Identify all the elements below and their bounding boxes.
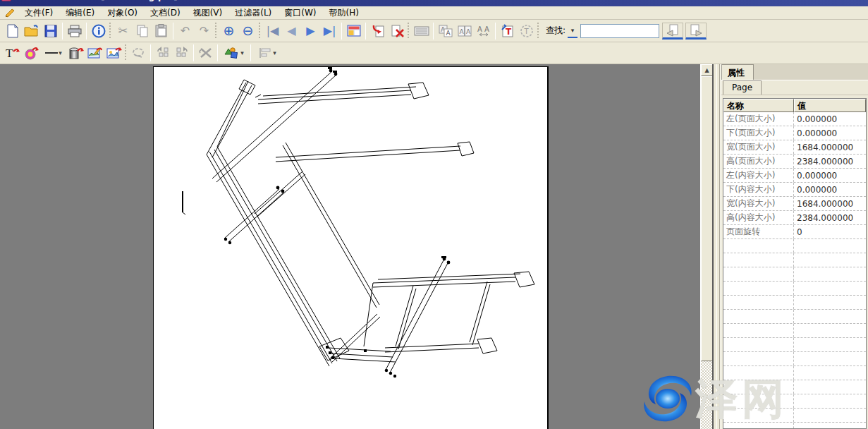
column-header-name[interactable]: 名称	[723, 99, 794, 112]
select-lasso-button[interactable]	[129, 44, 148, 62]
menu-item[interactable]: 文档(D)	[144, 6, 187, 20]
add-shape-caret[interactable]: ▾	[240, 49, 244, 56]
insert-page-button[interactable]	[368, 22, 387, 40]
svg-text:A: A	[446, 30, 451, 37]
scrollbar-up-button[interactable]: ▲	[701, 64, 713, 76]
redo-button[interactable]: ↷	[195, 22, 214, 40]
property-row[interactable]	[723, 239, 866, 253]
property-row[interactable]	[723, 352, 866, 366]
property-row[interactable]	[723, 267, 866, 282]
property-row[interactable]: 下(内容大小) 0.000000	[723, 183, 866, 197]
title-bar: Foxit PDF Editor - [danxiuang.pdf]	[0, 0, 868, 6]
app-icon	[1, 0, 11, 1]
find-dropdown-caret[interactable]: ▾	[568, 24, 577, 38]
property-row[interactable]	[723, 394, 866, 409]
line-style-button[interactable]: ▾	[41, 44, 66, 62]
next-page-button[interactable]: ▶	[301, 22, 320, 40]
svg-text:A: A	[466, 28, 471, 35]
property-row[interactable]: 高(内容大小) 2384.000000	[723, 211, 866, 225]
property-row[interactable]: 下(页面大小) 0.000000	[723, 126, 866, 140]
pdf-page[interactable]	[153, 66, 549, 429]
first-page-button[interactable]: |◀	[263, 22, 282, 40]
properties-panel: 属性 Page 名称 值 左(页面大小) 0.000000 下(页面大小) 0.…	[721, 64, 868, 429]
main-toolbar: ✂ ↶ ↷ ⊕ ⊖ |◀ ◀ ▶ ▶| AA AA AA T T 查找:	[0, 20, 868, 42]
property-row[interactable]	[723, 338, 866, 352]
document-info-button[interactable]	[89, 22, 108, 40]
vertical-scrollbar[interactable]: ▲	[700, 64, 712, 429]
paste-button[interactable]	[152, 22, 171, 40]
find-input[interactable]	[580, 24, 659, 38]
replace-font-button[interactable]: AA	[436, 22, 455, 40]
document-menu-icon[interactable]	[4, 8, 16, 18]
virtual-keyboard-button[interactable]	[412, 22, 431, 40]
menu-item[interactable]: 帮助(H)	[323, 6, 365, 20]
open-file-button[interactable]	[22, 22, 41, 40]
panel-splitter[interactable]	[712, 64, 721, 429]
document-canvas[interactable]	[0, 64, 700, 429]
add-image-button[interactable]	[104, 44, 123, 62]
column-header-value[interactable]: 值	[794, 99, 866, 112]
menu-bar: 文件(F) 编辑(E) 对象(O) 文档(D) 视图(V) 过滤器(L) 窗口(…	[0, 6, 868, 20]
scrollbar-thumb[interactable]	[701, 76, 713, 361]
property-row[interactable]: 左(页面大小) 0.000000	[723, 112, 866, 126]
last-page-button[interactable]: ▶|	[320, 22, 339, 40]
new-document-button[interactable]	[3, 22, 22, 40]
delete-page-button[interactable]	[387, 22, 406, 40]
isometric-frame-drawing	[154, 67, 548, 429]
save-button[interactable]	[41, 22, 60, 40]
tab-properties[interactable]: 属性	[721, 64, 754, 80]
add-color-button[interactable]	[22, 44, 41, 62]
align-objects-button[interactable]: ▾	[253, 44, 281, 62]
menu-item[interactable]: 过滤器(L)	[228, 6, 278, 20]
menu-items-container: 文件(F) 编辑(E) 对象(O) 文档(D) 视图(V) 过滤器(L) 窗口(…	[18, 6, 365, 20]
rotate-right-button[interactable]	[172, 44, 191, 62]
zoom-in-button[interactable]: ⊕	[219, 22, 238, 40]
property-row[interactable]	[723, 282, 866, 296]
font-compare-button[interactable]: AA	[455, 22, 474, 40]
menu-item[interactable]: 对象(O)	[101, 6, 144, 20]
text-circle-button[interactable]: T	[517, 22, 536, 40]
page-layout-button[interactable]	[344, 22, 363, 40]
add-text-button[interactable]: T	[3, 44, 22, 62]
property-row[interactable]: 高(页面大小) 2384.000000	[723, 155, 866, 169]
property-row[interactable]	[723, 366, 866, 380]
property-row[interactable]: 宽(页面大小) 1684.000000	[723, 140, 866, 155]
work-area: ▲ 属性 Page 名称 值 左(页面大小) 0.000000 下(页面大小) …	[0, 64, 868, 429]
menu-item[interactable]: 文件(F)	[18, 6, 59, 20]
copy-button[interactable]	[133, 22, 152, 40]
property-row[interactable]	[723, 310, 866, 324]
rotate-left-button[interactable]	[153, 44, 172, 62]
tab-page[interactable]: Page	[723, 80, 762, 95]
letter-spacing-button[interactable]: AA	[474, 22, 493, 40]
property-row[interactable]	[723, 423, 866, 429]
find-previous-button[interactable]	[662, 23, 683, 40]
property-row[interactable]: 宽(内容大小) 1684.000000	[723, 197, 866, 211]
delete-object-button[interactable]	[196, 44, 215, 62]
edit-image-button[interactable]	[85, 44, 104, 62]
line-style-caret[interactable]: ▾	[59, 49, 62, 56]
menu-item[interactable]: 编辑(E)	[59, 6, 101, 20]
property-row[interactable]	[723, 409, 866, 423]
property-row[interactable]: 左(内容大小) 0.000000	[723, 169, 866, 183]
properties-tabstrip: 属性	[721, 64, 868, 80]
property-row[interactable]: 页面旋转 0	[723, 225, 866, 239]
add-shape-button[interactable]: ▾	[220, 44, 248, 62]
property-row[interactable]	[723, 324, 866, 338]
align-objects-caret[interactable]: ▾	[273, 49, 276, 56]
print-button[interactable]	[65, 22, 84, 40]
find-next-button[interactable]	[685, 23, 707, 40]
properties-table: 名称 值 左(页面大小) 0.000000 下(页面大小) 0.000000 宽…	[723, 98, 867, 429]
property-row[interactable]	[723, 296, 866, 310]
import-text-button[interactable]: T	[498, 22, 517, 40]
add-shading-button[interactable]	[66, 44, 85, 62]
undo-button[interactable]: ↶	[176, 22, 195, 40]
cut-button[interactable]: ✂	[114, 22, 133, 40]
previous-page-button[interactable]: ◀	[282, 22, 301, 40]
property-row[interactable]	[723, 380, 866, 394]
svg-text:A: A	[459, 28, 464, 35]
menu-item[interactable]: 视图(V)	[187, 6, 229, 20]
zoom-out-button[interactable]: ⊖	[238, 22, 257, 40]
properties-table-header: 名称 值	[723, 99, 866, 112]
property-row[interactable]	[723, 253, 866, 267]
menu-item[interactable]: 窗口(W)	[278, 6, 322, 20]
